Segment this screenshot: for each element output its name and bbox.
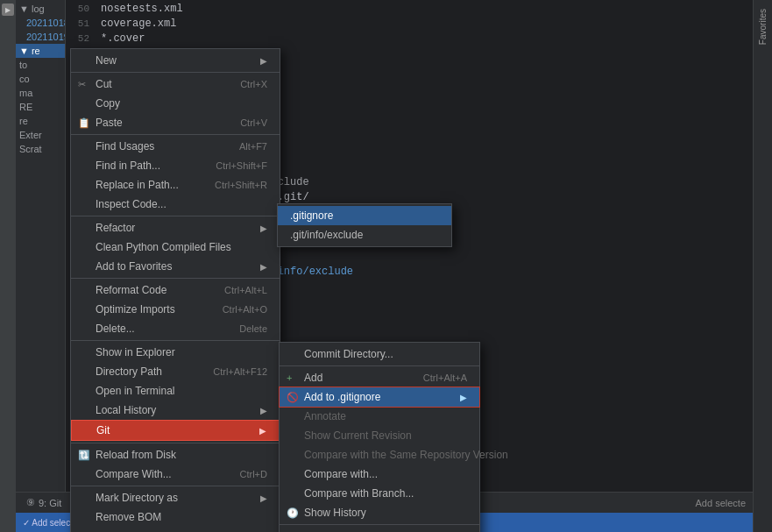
ctx-cut[interactable]: ✂ Cut Ctrl+X: [71, 74, 280, 94]
ctx-find-in-path-shortcut: Ctrl+Shift+F: [216, 160, 267, 171]
ctx-git[interactable]: Git ▶: [71, 420, 280, 441]
ctx-directory-path-label: Directory Path: [96, 365, 162, 378]
ctx-local-history-arrow: ▶: [260, 406, 267, 415]
git-add-gitignore[interactable]: 🚫 Add to .gitignore ▶: [280, 387, 479, 407]
ctx-new-arrow: ▶: [260, 56, 267, 66]
git-compare-with[interactable]: Compare with...: [280, 465, 479, 484]
ctx-optimize-shortcut: Ctrl+Alt+O: [223, 304, 267, 315]
ctx-paste-shortcut: Ctrl+V: [240, 117, 267, 128]
tree-item-exter[interactable]: Exter: [16, 128, 65, 142]
git-divider-2: [280, 524, 479, 525]
ctx-find-in-path-label: Find in Path...: [96, 160, 160, 172]
ctx-paste[interactable]: 📋 Paste Ctrl+V: [71, 113, 280, 132]
ctx-optimize[interactable]: Optimize Imports Ctrl+Alt+O: [71, 300, 280, 319]
ctx-divider-3: [71, 216, 280, 216]
ctx-find-in-path[interactable]: Find in Path... Ctrl+Shift+F: [71, 156, 280, 175]
git-compare-branch-label: Compare with Branch...: [304, 487, 414, 500]
tree-item-log1[interactable]: 20211018.log: [16, 16, 65, 30]
ctx-add-fav-arrow: ▶: [260, 262, 267, 272]
ctx-mark-dir[interactable]: Mark Directory as ▶: [71, 488, 280, 507]
ctx-delete-label: Delete...: [96, 323, 135, 335]
tree-item-ma[interactable]: ma: [16, 86, 65, 100]
tree-item-RE[interactable]: RE: [16, 100, 65, 114]
ctx-find-usages[interactable]: Find Usages Alt+F7: [71, 137, 280, 156]
ctx-open-terminal[interactable]: Open in Terminal: [71, 381, 280, 401]
ctx-open-terminal-label: Open in Terminal: [96, 385, 175, 397]
ctx-new[interactable]: New ▶: [71, 51, 280, 70]
ctx-divider-1: [71, 72, 280, 73]
favorites-label[interactable]: Favorites: [758, 9, 768, 45]
ctx-copy[interactable]: Copy: [71, 94, 280, 113]
ctx-find-usages-label: Find Usages: [96, 140, 154, 153]
git-add-gitignore-arrow: ▶: [460, 393, 467, 402]
tree-item-log2[interactable]: 20211019.log: [16, 30, 65, 44]
ctx-remove-bom-label: Remove BOM: [96, 511, 161, 523]
git-add-gitignore-label: Add to .gitignore: [304, 391, 380, 403]
git-add-shortcut: Ctrl+Alt+A: [423, 372, 467, 383]
ctx-divider-7: [71, 486, 280, 486]
ctx-add-favorites[interactable]: Add to Favorites ▶: [71, 257, 280, 276]
ctx-replace-in-path-label: Replace in Path...: [96, 179, 179, 191]
tree-item-to[interactable]: to: [16, 58, 65, 72]
ctx-add-favorites-label: Add to Favorites: [96, 260, 172, 273]
editor-line-51: coverage.xml: [101, 17, 753, 32]
tree-item-re2[interactable]: re: [16, 114, 65, 128]
ctx-compare[interactable]: Compare With... Ctrl+D: [71, 465, 280, 484]
ctx-refactor-label: Refactor: [96, 222, 135, 234]
ctx-paste-label: Paste: [96, 117, 123, 129]
ctx-clean-python-label: Clean Python Compiled Files: [96, 241, 231, 253]
sidebar-favorites: Favorites: [753, 0, 772, 532]
gitignore-gitignore-label: .gitignore: [290, 209, 333, 222]
git-add-icon: +: [287, 372, 292, 383]
ctx-local-history[interactable]: Local History ▶: [71, 401, 280, 420]
git-show-current: Show Current Revision: [280, 426, 479, 445]
ctx-divider-4: [71, 278, 280, 279]
ctx-reformat-shortcut: Ctrl+Alt+L: [224, 285, 267, 295]
ctx-refactor-arrow: ▶: [260, 223, 267, 233]
ctx-new-label: New: [96, 54, 117, 67]
git-rollback[interactable]: ↩ Rollback... Ctrl+Alt+Z: [280, 527, 479, 532]
ctx-refactor[interactable]: Refactor ▶: [71, 218, 280, 238]
git-annotate: Annotate: [280, 407, 479, 426]
editor-line-50: nosetests.xml: [101, 2, 753, 17]
tree-item-co[interactable]: co: [16, 72, 65, 86]
ctx-delete[interactable]: Delete... Delete: [71, 319, 280, 338]
gitignore-option-gitignore[interactable]: .gitignore: [278, 206, 451, 225]
ctx-show-explorer-label: Show in Explorer: [96, 346, 175, 358]
ctx-copy-label: Copy: [96, 97, 120, 110]
git-commit-dir-label: Commit Directory...: [304, 348, 393, 360]
git-show-history[interactable]: 🕐 Show History: [280, 503, 479, 522]
tree-item-re[interactable]: ▼ re: [16, 44, 65, 58]
ctx-remove-bom[interactable]: Remove BOM: [71, 507, 280, 527]
git-compare-same: Compare with the Same Repository Version: [280, 445, 479, 465]
ctx-dir-path-shortcut: Ctrl+Alt+F12: [213, 366, 267, 377]
ctx-reformat-label: Reformat Code: [96, 284, 166, 296]
ctx-directory-path[interactable]: Directory Path Ctrl+Alt+F12: [71, 362, 280, 381]
ctx-git-label: Git: [96, 424, 110, 436]
git-gitignore-icon: 🚫: [287, 392, 299, 403]
ctx-diagrams[interactable]: Diagrams ▶: [71, 527, 280, 532]
ctx-reformat[interactable]: Reformat Code Ctrl+Alt+L: [71, 280, 280, 300]
ctx-find-usages-shortcut: Alt+F7: [239, 141, 267, 152]
gitignore-option-exclude[interactable]: .git/info/exclude: [278, 225, 451, 245]
git-compare-same-label: Compare with the Same Repository Version: [304, 449, 508, 461]
tree-item-log[interactable]: ▼ log: [16, 2, 65, 16]
git-divider-1: [280, 365, 479, 366]
ctx-inspect-code[interactable]: Inspect Code...: [71, 195, 280, 214]
git-history-icon: 🕐: [287, 507, 299, 519]
git-tab-label: 9: Git: [39, 498, 61, 508]
ctx-show-explorer[interactable]: Show in Explorer: [71, 343, 280, 362]
ctx-cut-label: Cut: [96, 78, 112, 90]
add-selected-label: Add selecte: [696, 498, 753, 508]
git-add[interactable]: + Add Ctrl+Alt+A: [280, 368, 479, 387]
git-compare-branch[interactable]: Compare with Branch...: [280, 484, 479, 503]
sidebar-icon-1[interactable]: ▶: [2, 4, 14, 16]
ctx-reload[interactable]: 🔃 Reload from Disk: [71, 445, 280, 465]
ctx-clean-python[interactable]: Clean Python Compiled Files: [71, 238, 280, 257]
cut-icon: ✂: [78, 79, 86, 90]
tree-item-scrat[interactable]: Scrat: [16, 142, 65, 156]
git-commit-dir[interactable]: Commit Directory...: [280, 344, 479, 364]
ctx-divider-6: [71, 443, 280, 443]
tab-git[interactable]: ⑨ 9: Git: [16, 493, 73, 513]
ctx-replace-in-path[interactable]: Replace in Path... Ctrl+Shift+R: [71, 175, 280, 195]
